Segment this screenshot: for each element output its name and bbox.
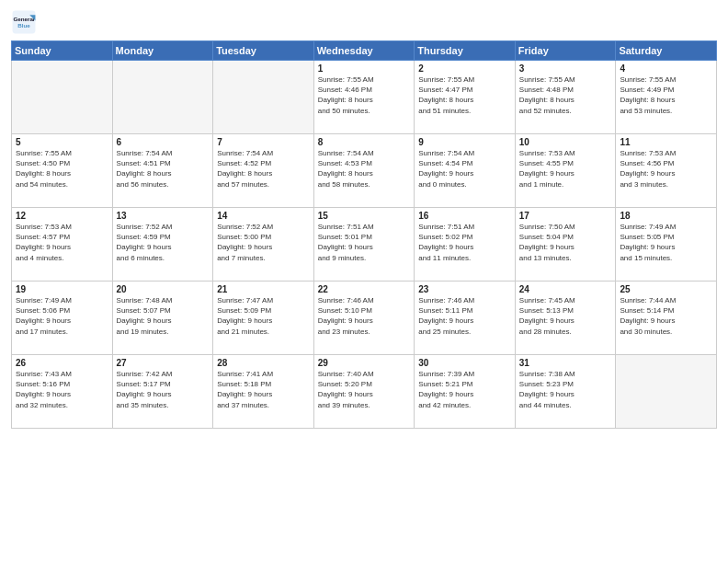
calendar-cell: 8Sunrise: 7:54 AM Sunset: 4:53 PM Daylig… xyxy=(313,134,415,208)
day-info: Sunrise: 7:39 AM Sunset: 5:21 PM Dayligh… xyxy=(418,369,511,410)
calendar-cell: 6Sunrise: 7:54 AM Sunset: 4:51 PM Daylig… xyxy=(112,134,213,208)
header-day: Monday xyxy=(112,41,213,61)
calendar-cell: 23Sunrise: 7:46 AM Sunset: 5:11 PM Dayli… xyxy=(415,282,516,355)
calendar-cell: 22Sunrise: 7:46 AM Sunset: 5:10 PM Dayli… xyxy=(313,282,415,355)
calendar-cell: 27Sunrise: 7:42 AM Sunset: 5:17 PM Dayli… xyxy=(112,355,213,429)
day-info: Sunrise: 7:54 AM Sunset: 4:51 PM Dayligh… xyxy=(117,148,210,190)
day-number: 10 xyxy=(519,137,612,147)
day-info: Sunrise: 7:55 AM Sunset: 4:47 PM Dayligh… xyxy=(418,75,511,116)
day-info: Sunrise: 7:51 AM Sunset: 5:02 PM Dayligh… xyxy=(418,222,511,263)
day-info: Sunrise: 7:54 AM Sunset: 4:52 PM Dayligh… xyxy=(217,148,310,190)
calendar-cell: 9Sunrise: 7:54 AM Sunset: 4:54 PM Daylig… xyxy=(415,134,516,208)
header: General Blue xyxy=(11,9,717,35)
calendar-cell: 14Sunrise: 7:52 AM Sunset: 5:00 PM Dayli… xyxy=(213,208,314,282)
logo-icon: General Blue xyxy=(11,9,37,35)
day-number: 7 xyxy=(217,137,310,147)
day-number: 3 xyxy=(519,63,612,74)
calendar-cell: 13Sunrise: 7:52 AM Sunset: 4:59 PM Dayli… xyxy=(112,208,213,282)
day-info: Sunrise: 7:49 AM Sunset: 5:06 PM Dayligh… xyxy=(16,295,108,337)
header-day: Wednesday xyxy=(313,41,415,61)
calendar-cell: 31Sunrise: 7:38 AM Sunset: 5:23 PM Dayli… xyxy=(515,355,616,429)
day-number: 15 xyxy=(318,211,411,221)
header-day: Thursday xyxy=(415,41,516,61)
day-info: Sunrise: 7:53 AM Sunset: 4:57 PM Dayligh… xyxy=(16,222,108,263)
day-info: Sunrise: 7:54 AM Sunset: 4:53 PM Dayligh… xyxy=(318,148,411,190)
day-info: Sunrise: 7:43 AM Sunset: 5:16 PM Dayligh… xyxy=(16,369,108,410)
calendar-cell: 4Sunrise: 7:55 AM Sunset: 4:49 PM Daylig… xyxy=(616,61,717,134)
calendar-week-row: 12Sunrise: 7:53 AM Sunset: 4:57 PM Dayli… xyxy=(12,208,717,282)
header-day: Saturday xyxy=(616,41,717,61)
day-number: 27 xyxy=(117,358,210,368)
day-number: 22 xyxy=(318,284,411,294)
calendar-cell: 29Sunrise: 7:40 AM Sunset: 5:20 PM Dayli… xyxy=(313,355,415,429)
day-info: Sunrise: 7:55 AM Sunset: 4:46 PM Dayligh… xyxy=(318,75,411,116)
day-number: 17 xyxy=(519,211,612,221)
day-info: Sunrise: 7:55 AM Sunset: 4:49 PM Dayligh… xyxy=(620,75,712,116)
calendar-cell xyxy=(12,61,113,134)
day-number: 9 xyxy=(418,137,511,147)
calendar-cell: 1Sunrise: 7:55 AM Sunset: 4:46 PM Daylig… xyxy=(313,61,415,134)
calendar-cell: 20Sunrise: 7:48 AM Sunset: 5:07 PM Dayli… xyxy=(112,282,213,355)
calendar-cell: 25Sunrise: 7:44 AM Sunset: 5:14 PM Dayli… xyxy=(616,282,717,355)
day-number: 8 xyxy=(318,137,411,147)
calendar-cell: 17Sunrise: 7:50 AM Sunset: 5:04 PM Dayli… xyxy=(515,208,616,282)
day-info: Sunrise: 7:52 AM Sunset: 4:59 PM Dayligh… xyxy=(117,222,210,263)
calendar-week-row: 26Sunrise: 7:43 AM Sunset: 5:16 PM Dayli… xyxy=(12,355,717,429)
calendar-week-row: 19Sunrise: 7:49 AM Sunset: 5:06 PM Dayli… xyxy=(12,282,717,355)
calendar-cell: 12Sunrise: 7:53 AM Sunset: 4:57 PM Dayli… xyxy=(12,208,113,282)
day-number: 18 xyxy=(620,211,712,221)
day-number: 2 xyxy=(418,63,511,74)
day-number: 12 xyxy=(16,211,108,221)
day-info: Sunrise: 7:40 AM Sunset: 5:20 PM Dayligh… xyxy=(318,369,411,410)
day-info: Sunrise: 7:52 AM Sunset: 5:00 PM Dayligh… xyxy=(217,222,310,263)
calendar-cell: 2Sunrise: 7:55 AM Sunset: 4:47 PM Daylig… xyxy=(415,61,516,134)
calendar-cell: 10Sunrise: 7:53 AM Sunset: 4:55 PM Dayli… xyxy=(515,134,616,208)
day-info: Sunrise: 7:48 AM Sunset: 5:07 PM Dayligh… xyxy=(117,295,210,337)
calendar-week-row: 5Sunrise: 7:55 AM Sunset: 4:50 PM Daylig… xyxy=(12,134,717,208)
calendar-cell xyxy=(213,61,314,134)
day-info: Sunrise: 7:49 AM Sunset: 5:05 PM Dayligh… xyxy=(620,222,712,263)
calendar-cell xyxy=(112,61,213,134)
day-number: 30 xyxy=(418,358,511,368)
day-info: Sunrise: 7:47 AM Sunset: 5:09 PM Dayligh… xyxy=(217,295,310,337)
day-info: Sunrise: 7:44 AM Sunset: 5:14 PM Dayligh… xyxy=(620,295,712,337)
day-info: Sunrise: 7:55 AM Sunset: 4:48 PM Dayligh… xyxy=(519,75,612,116)
day-number: 31 xyxy=(519,358,612,368)
page: General Blue SundayMondayTuesdayWednesda… xyxy=(0,0,728,563)
calendar-cell: 16Sunrise: 7:51 AM Sunset: 5:02 PM Dayli… xyxy=(415,208,516,282)
header-day: Tuesday xyxy=(213,41,314,61)
calendar-cell: 15Sunrise: 7:51 AM Sunset: 5:01 PM Dayli… xyxy=(313,208,415,282)
day-number: 21 xyxy=(217,284,310,294)
header-row: SundayMondayTuesdayWednesdayThursdayFrid… xyxy=(12,41,717,61)
calendar-cell: 19Sunrise: 7:49 AM Sunset: 5:06 PM Dayli… xyxy=(12,282,113,355)
day-number: 16 xyxy=(418,211,511,221)
day-info: Sunrise: 7:46 AM Sunset: 5:10 PM Dayligh… xyxy=(318,295,411,337)
logo: General Blue xyxy=(11,9,37,35)
calendar-cell: 11Sunrise: 7:53 AM Sunset: 4:56 PM Dayli… xyxy=(616,134,717,208)
calendar-cell: 7Sunrise: 7:54 AM Sunset: 4:52 PM Daylig… xyxy=(213,134,314,208)
day-info: Sunrise: 7:53 AM Sunset: 4:55 PM Dayligh… xyxy=(519,148,612,190)
day-number: 4 xyxy=(620,63,712,74)
header-day: Sunday xyxy=(12,41,113,61)
day-number: 23 xyxy=(418,284,511,294)
day-info: Sunrise: 7:38 AM Sunset: 5:23 PM Dayligh… xyxy=(519,369,612,410)
day-info: Sunrise: 7:55 AM Sunset: 4:50 PM Dayligh… xyxy=(16,148,108,190)
day-info: Sunrise: 7:50 AM Sunset: 5:04 PM Dayligh… xyxy=(519,222,612,263)
day-number: 20 xyxy=(117,284,210,294)
svg-text:Blue: Blue xyxy=(17,22,30,29)
day-number: 28 xyxy=(217,358,310,368)
day-info: Sunrise: 7:53 AM Sunset: 4:56 PM Dayligh… xyxy=(620,148,712,190)
calendar-cell: 24Sunrise: 7:45 AM Sunset: 5:13 PM Dayli… xyxy=(515,282,616,355)
day-number: 5 xyxy=(16,137,108,147)
calendar-week-row: 1Sunrise: 7:55 AM Sunset: 4:46 PM Daylig… xyxy=(12,61,717,134)
calendar-cell: 3Sunrise: 7:55 AM Sunset: 4:48 PM Daylig… xyxy=(515,61,616,134)
day-number: 25 xyxy=(620,284,712,294)
calendar-cell: 26Sunrise: 7:43 AM Sunset: 5:16 PM Dayli… xyxy=(12,355,113,429)
day-number: 1 xyxy=(318,63,411,74)
day-number: 13 xyxy=(117,211,210,221)
day-info: Sunrise: 7:45 AM Sunset: 5:13 PM Dayligh… xyxy=(519,295,612,337)
calendar-cell: 30Sunrise: 7:39 AM Sunset: 5:21 PM Dayli… xyxy=(415,355,516,429)
day-number: 26 xyxy=(16,358,108,368)
calendar-cell xyxy=(616,355,717,429)
day-info: Sunrise: 7:42 AM Sunset: 5:17 PM Dayligh… xyxy=(117,369,210,410)
